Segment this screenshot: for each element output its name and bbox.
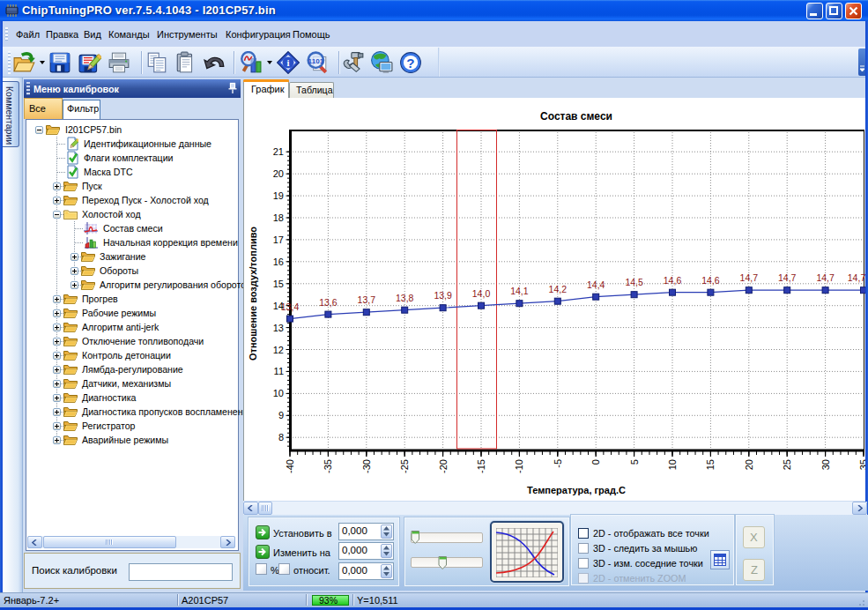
svg-text:18: 18 xyxy=(273,212,284,223)
svg-text:8: 8 xyxy=(278,432,284,443)
svg-text:10: 10 xyxy=(273,388,284,398)
svg-text:16: 16 xyxy=(273,257,284,267)
svg-text:14,5: 14,5 xyxy=(625,277,643,287)
svg-text:-25: -25 xyxy=(399,459,410,473)
svg-text:14,6: 14,6 xyxy=(664,275,682,286)
svg-text:15: 15 xyxy=(705,459,716,470)
svg-text:14,7: 14,7 xyxy=(778,272,797,283)
svg-text:-5: -5 xyxy=(553,459,563,468)
svg-text:20: 20 xyxy=(744,459,754,470)
svg-text:10: 10 xyxy=(667,459,678,470)
svg-text:-30: -30 xyxy=(361,459,372,473)
svg-text:-15: -15 xyxy=(476,459,486,473)
svg-text:1101: 1101 xyxy=(308,57,324,65)
svg-text:?: ? xyxy=(406,56,414,71)
svg-text:-20: -20 xyxy=(438,459,449,473)
svg-text:19: 19 xyxy=(273,190,284,201)
svg-text:21: 21 xyxy=(273,146,284,157)
svg-text:13,9: 13,9 xyxy=(434,290,452,301)
svg-text:14,7: 14,7 xyxy=(816,272,835,283)
svg-text:13,8: 13,8 xyxy=(396,293,414,303)
svg-text:13,6: 13,6 xyxy=(319,297,338,308)
svg-text:30: 30 xyxy=(820,459,831,470)
svg-text:11: 11 xyxy=(274,366,284,376)
svg-text:i: i xyxy=(286,57,289,68)
svg-text:Состав смеси: Состав смеси xyxy=(540,110,612,123)
svg-text:17: 17 xyxy=(273,234,284,245)
svg-text:14,6: 14,6 xyxy=(701,275,720,286)
svg-text:25: 25 xyxy=(782,459,792,470)
svg-text:Отношение воздух/топливо: Отношение воздух/топливо xyxy=(248,227,258,361)
svg-text:13,7: 13,7 xyxy=(358,294,376,305)
svg-text:Температура, град.C: Температура, град.C xyxy=(527,485,626,495)
svg-text:14,7: 14,7 xyxy=(740,272,759,283)
svg-text:35: 35 xyxy=(858,459,865,470)
svg-text:9: 9 xyxy=(278,410,284,420)
svg-text:14,1: 14,1 xyxy=(510,286,529,296)
svg-text:12: 12 xyxy=(273,345,284,355)
svg-text:14,0: 14,0 xyxy=(472,288,491,299)
svg-text:-35: -35 xyxy=(323,459,333,473)
svg-text:-40: -40 xyxy=(285,459,295,473)
svg-text:13,4: 13,4 xyxy=(281,301,300,312)
svg-text:14,4: 14,4 xyxy=(587,279,605,290)
svg-text:-10: -10 xyxy=(514,459,524,473)
svg-text:20: 20 xyxy=(273,168,284,179)
svg-text:14,7: 14,7 xyxy=(848,272,865,283)
svg-text:0: 0 xyxy=(590,459,601,465)
svg-text:13: 13 xyxy=(273,323,284,333)
svg-text:5: 5 xyxy=(629,459,640,465)
svg-text:14,2: 14,2 xyxy=(549,284,568,294)
svg-text:15: 15 xyxy=(273,279,284,289)
